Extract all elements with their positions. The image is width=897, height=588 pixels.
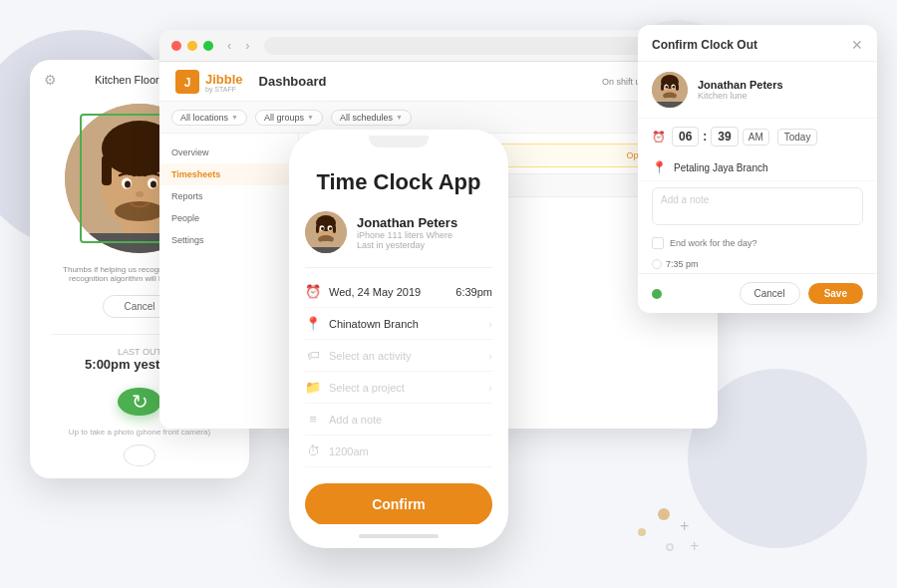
jibble-logo-sub: by STAFF bbox=[205, 86, 243, 93]
dialog-user-info: Jonathan Peters Kitchen lune bbox=[698, 79, 783, 101]
dashboard-header: J Jibble by STAFF Dashboard On shift unt… bbox=[159, 62, 718, 102]
phone-project-field[interactable]: 📁 Select a project › bbox=[305, 372, 492, 404]
phone-note-text: Add a note bbox=[329, 414, 492, 426]
svg-rect-30 bbox=[305, 247, 347, 253]
deco-dot-3 bbox=[666, 543, 674, 551]
dialog-ampm-box[interactable]: AM bbox=[743, 129, 769, 146]
deco-dot-2 bbox=[638, 528, 646, 536]
browser-forward-icon[interactable]: › bbox=[245, 38, 249, 53]
sidebar-item-4[interactable]: People bbox=[159, 207, 298, 229]
dialog-end-time-value: 7:35 pm bbox=[666, 259, 699, 269]
dialog-branch-field[interactable]: 📍 bbox=[638, 154, 877, 181]
phone-activity-field[interactable]: 🏷 Select an activity › bbox=[305, 340, 492, 372]
dialog-today-box[interactable]: Today bbox=[777, 129, 818, 146]
phone-content: Time Clock App bbox=[289, 153, 508, 524]
phone-activity-arrow: › bbox=[488, 350, 492, 362]
browser-chrome: ‹ › bbox=[159, 30, 718, 62]
dialog-checkbox-row: End work for the day? bbox=[638, 231, 877, 255]
dialog-branch-input[interactable] bbox=[674, 162, 863, 173]
dialog-note-placeholder: Add a note bbox=[661, 194, 709, 205]
phone-time-note-icon: ⏱ bbox=[305, 443, 321, 458]
dialog-hour-box[interactable]: 06 bbox=[672, 127, 699, 147]
kiosk-clock-in-button[interactable]: ↻ bbox=[118, 388, 161, 417]
svg-point-39 bbox=[673, 86, 676, 89]
phone-note-field[interactable]: ≡ Add a note bbox=[305, 404, 492, 436]
phone-project-text: Select a project bbox=[329, 382, 480, 394]
svg-rect-23 bbox=[333, 225, 336, 233]
phone-project-icon: 📁 bbox=[305, 380, 321, 395]
dialog-cancel-button[interactable]: Cancel bbox=[740, 282, 800, 305]
dashboard-page-title: Dashboard bbox=[259, 74, 327, 89]
dialog-branch-icon: 📍 bbox=[652, 160, 666, 174]
phone-note-icon: ≡ bbox=[305, 412, 321, 427]
deco-plus-2: + bbox=[690, 538, 699, 554]
dialog-user-sub: Kitchen lune bbox=[698, 91, 783, 101]
dialog-status-dot bbox=[652, 289, 662, 299]
phone-avatar bbox=[305, 211, 347, 253]
phone-app-title: Time Clock App bbox=[305, 169, 492, 195]
dialog-close-icon[interactable]: ✕ bbox=[851, 37, 863, 53]
phone-user-sub2: Last in yesterday bbox=[357, 240, 457, 250]
jibble-logo-text: Jibble bbox=[205, 72, 243, 87]
dialog-title: Confirm Clock Out bbox=[652, 38, 757, 52]
phone-notch-bar bbox=[289, 130, 508, 153]
svg-rect-35 bbox=[676, 84, 679, 91]
filter-locations-arrow: ▼ bbox=[231, 114, 238, 121]
phone-user-row: Jonathan Peters iPhone 111 liters Where … bbox=[305, 211, 492, 253]
svg-point-26 bbox=[321, 227, 324, 231]
dialog-header: Confirm Clock Out ✕ bbox=[638, 25, 877, 62]
phone-time-text: 6:39pm bbox=[455, 286, 492, 298]
phone-user-info: Jonathan Peters iPhone 111 liters Where … bbox=[357, 215, 457, 250]
phone-location-icon: 📍 bbox=[305, 316, 321, 331]
phone-bottom-bar bbox=[289, 524, 508, 548]
sidebar-item-2[interactable]: Timesheets bbox=[159, 163, 298, 185]
phone-confirm-button[interactable]: Confirm bbox=[305, 483, 492, 524]
sidebar-item-1[interactable]: Overview bbox=[159, 142, 298, 163]
dialog-time-separator: : bbox=[703, 130, 707, 144]
phone-device: Time Clock App bbox=[289, 130, 508, 548]
phone-divider-1 bbox=[305, 267, 492, 268]
browser-dot-minimize[interactable] bbox=[187, 41, 197, 51]
filter-schedules-arrow: ▼ bbox=[396, 114, 403, 121]
svg-rect-22 bbox=[316, 225, 319, 233]
dialog-user-row: Jonathan Peters Kitchen lune bbox=[638, 62, 877, 119]
sidebar-item-5[interactable]: Settings bbox=[159, 229, 298, 251]
phone-time-note-field: ⏱ 1200am bbox=[305, 436, 492, 467]
browser-dot-close[interactable] bbox=[171, 41, 181, 51]
phone-activity-icon: 🏷 bbox=[305, 348, 321, 363]
browser-dot-maximize[interactable] bbox=[203, 41, 213, 51]
phone-date-text: Wed, 24 May 2019 bbox=[329, 286, 440, 298]
dialog-footer: Cancel Save bbox=[638, 273, 877, 313]
dialog-minute-box[interactable]: 39 bbox=[711, 127, 738, 147]
sidebar-item-3[interactable]: Reports bbox=[159, 185, 298, 207]
dialog-end-time-row: 7:35 pm bbox=[638, 255, 877, 273]
dialog-end-work-checkbox[interactable] bbox=[652, 237, 664, 249]
kiosk-take-photo-text: Up to take a photo (phone front camera) bbox=[69, 428, 210, 437]
dialog-time-row: ⏰ 06 : 39 AM Today bbox=[638, 119, 877, 154]
svg-rect-34 bbox=[661, 84, 664, 91]
filter-groups-arrow: ▼ bbox=[307, 114, 314, 121]
filter-groups[interactable]: All groups ▼ bbox=[255, 110, 323, 126]
browser-url-bar[interactable] bbox=[264, 37, 698, 55]
filter-schedules[interactable]: All schedules ▼ bbox=[331, 110, 412, 126]
deco-plus-1: + bbox=[680, 518, 689, 534]
dialog-save-button[interactable]: Save bbox=[808, 283, 863, 304]
browser-back-icon[interactable]: ‹ bbox=[227, 38, 231, 53]
kiosk-home-circle bbox=[124, 444, 155, 466]
phone-notch bbox=[369, 136, 429, 147]
clock-out-dialog: Confirm Clock Out ✕ Jonathan Peters Kitc bbox=[638, 25, 877, 313]
phone-user-sub1: iPhone 111 liters Where bbox=[357, 230, 457, 240]
filter-locations[interactable]: All locations ▼ bbox=[171, 110, 247, 126]
kiosk-last-out-label: LAST OUT bbox=[118, 347, 161, 357]
dialog-user-name: Jonathan Peters bbox=[698, 79, 783, 91]
jibble-logo-icon: J bbox=[175, 70, 199, 94]
phone-branch-field[interactable]: 📍 Chinatown Branch › bbox=[305, 308, 492, 340]
phone-clock-icon: ⏰ bbox=[305, 284, 321, 299]
dialog-note-area: Add a note bbox=[652, 187, 863, 225]
phone-project-arrow: › bbox=[488, 382, 492, 394]
phone-avatar-svg bbox=[305, 211, 347, 253]
dialog-user-avatar bbox=[652, 72, 688, 108]
phone-date-field: ⏰ Wed, 24 May 2019 6:39pm bbox=[305, 276, 492, 308]
dialog-end-time-radio[interactable] bbox=[652, 259, 662, 269]
phone-home-indicator bbox=[359, 534, 439, 538]
